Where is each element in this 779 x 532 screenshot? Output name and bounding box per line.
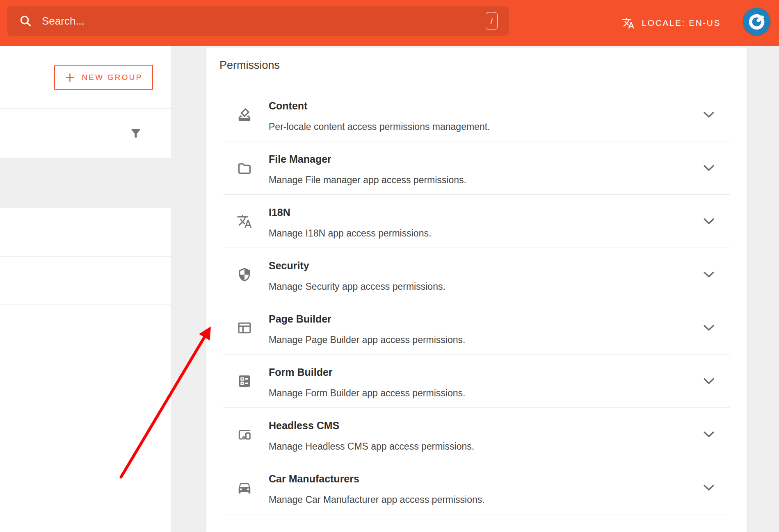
- permission-row[interactable]: Car Manufacturers Manage Car Manufacture…: [206, 461, 747, 514]
- group-list-filler: [0, 305, 171, 532]
- chevron-down-icon[interactable]: [703, 378, 715, 385]
- permission-row[interactable]: Page Builder Manage Page Builder app acc…: [206, 301, 747, 355]
- car-icon: [237, 480, 252, 496]
- chevron-down-icon[interactable]: [703, 165, 715, 172]
- permissions-panel: Permissions Content Per-locale content a…: [206, 48, 747, 532]
- slash-shortcut-key: /: [486, 12, 498, 30]
- permission-row[interactable]: I18N Manage I18N app access permissions.: [206, 195, 747, 248]
- search-icon: [19, 14, 32, 27]
- new-group-button[interactable]: NEW GROUP: [54, 65, 153, 90]
- permission-description: Manage Form Builder app access permissio…: [269, 387, 689, 399]
- plus-icon: [64, 72, 75, 83]
- user-avatar[interactable]: [743, 8, 770, 35]
- permission-title: I18N: [269, 206, 689, 219]
- permission-description: Manage Headless CMS app access permissio…: [269, 441, 689, 452]
- permission-description: Per-locale content access permissions ma…: [269, 121, 689, 133]
- group-list-item-selected[interactable]: [0, 158, 171, 208]
- translate-icon: [622, 17, 635, 30]
- permission-title: Page Builder: [269, 312, 689, 325]
- permission-row[interactable]: Content Per-locale content access permis…: [206, 88, 747, 141]
- form-icon: [237, 373, 252, 389]
- chevron-down-icon[interactable]: [703, 431, 715, 438]
- translate-icon: [237, 214, 252, 229]
- permission-title: Headless CMS: [269, 419, 689, 432]
- group-filter-row: [0, 109, 171, 158]
- permission-description: Manage File manager app access permissio…: [269, 174, 689, 186]
- top-bar: / LOCALE: EN-US: [0, 0, 779, 46]
- chevron-down-icon[interactable]: [703, 325, 715, 332]
- locale-switcher[interactable]: LOCALE: EN-US: [622, 0, 721, 46]
- permission-row[interactable]: File Manager Manage File manager app acc…: [206, 141, 747, 195]
- chevron-down-icon[interactable]: [703, 484, 715, 491]
- permission-description: Manage Page Builder app access permissio…: [269, 334, 689, 346]
- folder-icon: [237, 160, 252, 176]
- permissions-list: Content Per-locale content access permis…: [206, 88, 747, 514]
- chevron-down-icon[interactable]: [703, 111, 715, 118]
- sidebar-header: NEW GROUP: [0, 46, 171, 109]
- permission-title: Content: [269, 99, 689, 112]
- new-group-label: NEW GROUP: [82, 73, 142, 82]
- shield-icon: [237, 267, 252, 282]
- permission-title: Security: [269, 259, 689, 272]
- page-title: Permissions: [219, 58, 747, 72]
- permission-description: Manage Car Manufacturer app access permi…: [269, 494, 689, 506]
- page-layout-icon: [237, 320, 252, 336]
- chevron-down-icon[interactable]: [703, 218, 715, 225]
- permission-description: Manage Security app access permissions.: [269, 281, 689, 293]
- permission-description: Manage I18N app access permissions.: [269, 227, 689, 239]
- chevron-down-icon[interactable]: [703, 271, 715, 278]
- group-list-item[interactable]: [0, 257, 171, 305]
- permission-row[interactable]: Form Builder Manage Form Builder app acc…: [206, 355, 747, 408]
- gravatar-logo-icon: [748, 13, 766, 31]
- permission-title: File Manager: [269, 152, 689, 166]
- ballot-box-icon: [237, 107, 252, 123]
- search-input[interactable]: [42, 15, 497, 27]
- locale-label: LOCALE: EN-US: [642, 18, 721, 28]
- permission-row[interactable]: Headless CMS Manage Headless CMS app acc…: [206, 408, 747, 461]
- group-list-item[interactable]: [0, 208, 171, 257]
- devices-icon: [237, 427, 252, 442]
- filter-icon[interactable]: [129, 127, 142, 140]
- permission-title: Car Manufacturers: [269, 472, 689, 485]
- search-box[interactable]: /: [7, 6, 509, 36]
- permission-title: Form Builder: [269, 366, 689, 379]
- sidebar: NEW GROUP: [0, 46, 171, 532]
- permission-row[interactable]: Security Manage Security app access perm…: [206, 248, 747, 301]
